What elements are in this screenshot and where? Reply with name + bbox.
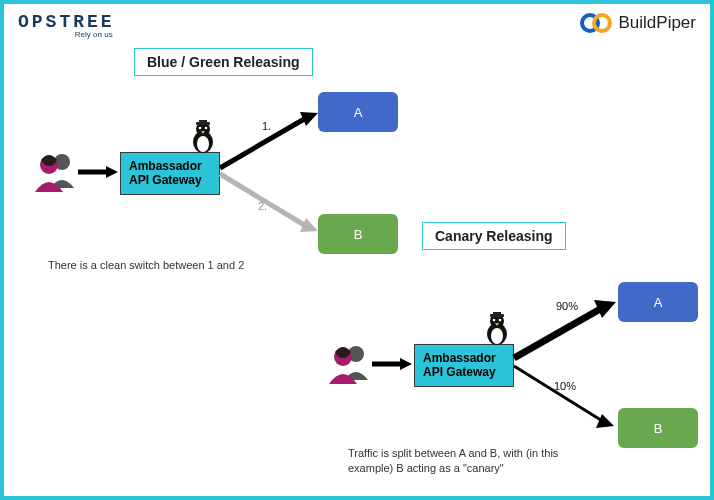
- buildpiper-logo: BuildPiper: [579, 12, 697, 34]
- gateway-bluegreen: Ambassador API Gateway: [120, 152, 220, 195]
- canary-box-a: A: [618, 282, 698, 322]
- canary-caption: Traffic is split between A and B, with (…: [348, 446, 588, 476]
- svg-marker-5: [106, 166, 118, 178]
- buildpiper-logo-icon: [579, 12, 613, 34]
- svg-point-25: [493, 319, 496, 322]
- svg-line-30: [514, 308, 602, 358]
- users-icon: [326, 340, 372, 390]
- buildpiper-name: BuildPiper: [619, 13, 697, 33]
- users-icon: [32, 148, 78, 198]
- svg-point-9: [199, 127, 202, 130]
- svg-line-32: [514, 366, 604, 422]
- bluegreen-caption: There is a clean switch between 1 and 2: [48, 258, 308, 273]
- svg-rect-29: [493, 312, 501, 315]
- opstree-logo: OPSTREE Rely on us: [18, 12, 115, 39]
- bluegreen-box-b: B: [318, 214, 398, 254]
- gateway-canary: Ambassador API Gateway: [414, 344, 514, 387]
- canary-box-b: B: [618, 408, 698, 448]
- svg-marker-33: [596, 414, 614, 428]
- label-path-1: 1.: [262, 120, 271, 132]
- bluegreen-title: Blue / Green Releasing: [134, 48, 313, 76]
- arrow-users-to-gateway-bg: [78, 166, 118, 178]
- svg-point-23: [491, 328, 503, 344]
- diagram-stage: Blue / Green Releasing Ambassador API Ga…: [8, 48, 706, 492]
- svg-point-7: [197, 136, 209, 152]
- svg-point-26: [499, 319, 502, 322]
- penguin-icon: [482, 312, 512, 350]
- arrow-gateway-to-b-canary: [514, 362, 618, 436]
- arrow-gateway-to-a-bg: [220, 108, 320, 178]
- arrow-gateway-to-b-bg: [220, 170, 320, 240]
- opstree-name: OPSTREE: [18, 12, 115, 32]
- label-pct-10: 10%: [554, 380, 576, 392]
- penguin-icon: [188, 120, 218, 158]
- label-path-2: 2.: [258, 200, 267, 212]
- arrow-users-to-gateway-canary: [372, 358, 412, 370]
- svg-rect-13: [199, 120, 207, 123]
- header: OPSTREE Rely on us BuildPiper: [4, 4, 710, 43]
- canary-title: Canary Releasing: [422, 222, 566, 250]
- label-pct-90: 90%: [556, 300, 578, 312]
- bluegreen-box-a: A: [318, 92, 398, 132]
- opstree-tagline: Rely on us: [75, 30, 113, 39]
- svg-marker-21: [400, 358, 412, 370]
- svg-point-10: [205, 127, 208, 130]
